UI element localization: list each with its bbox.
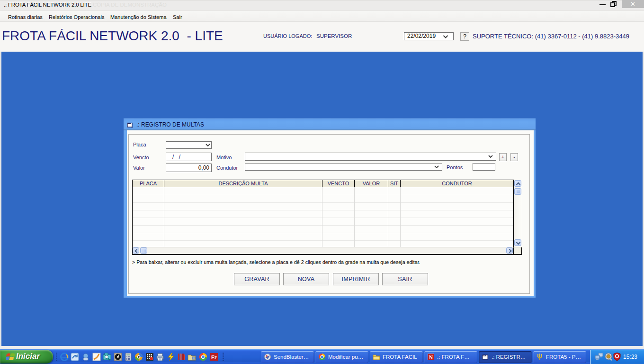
svg-text:N: N bbox=[429, 354, 433, 361]
svg-text:Fz: Fz bbox=[211, 355, 217, 360]
